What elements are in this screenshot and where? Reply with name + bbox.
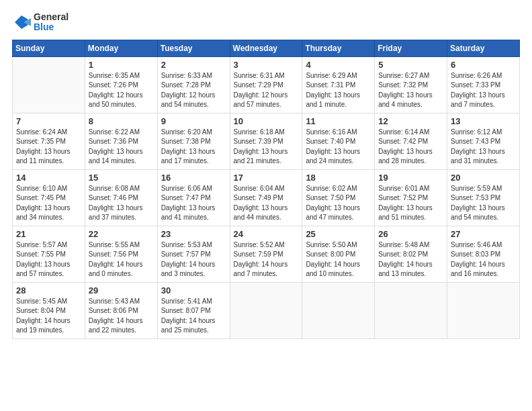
day-info: Sunrise: 6:20 AMSunset: 7:38 PMDaylight:…	[161, 128, 226, 167]
day-number: 6	[451, 60, 516, 70]
day-number: 7	[16, 116, 81, 126]
calendar-cell	[230, 282, 302, 338]
day-info: Sunrise: 5:46 AMSunset: 8:03 PMDaylight:…	[451, 240, 516, 279]
day-number: 27	[451, 229, 516, 239]
calendar-cell: 28Sunrise: 5:45 AMSunset: 8:04 PMDayligh…	[13, 282, 85, 338]
day-number: 26	[378, 229, 443, 239]
calendar-week-row: 7Sunrise: 6:24 AMSunset: 7:35 PMDaylight…	[13, 113, 520, 169]
calendar-cell: 6Sunrise: 6:26 AMSunset: 7:33 PMDaylight…	[447, 56, 520, 113]
calendar-cell: 18Sunrise: 6:02 AMSunset: 7:50 PMDayligh…	[302, 169, 375, 226]
calendar-cell: 8Sunrise: 6:22 AMSunset: 7:36 PMDaylight…	[85, 113, 157, 169]
logo-container: General Blue	[12, 12, 69, 33]
weekday-header-wednesday: Wednesday	[230, 40, 302, 56]
calendar-cell: 29Sunrise: 5:43 AMSunset: 8:06 PMDayligh…	[85, 282, 157, 338]
calendar-table: SundayMondayTuesdayWednesdayThursdayFrid…	[12, 40, 520, 339]
day-number: 21	[16, 229, 81, 239]
day-number: 23	[161, 229, 226, 239]
calendar-cell: 14Sunrise: 6:10 AMSunset: 7:45 PMDayligh…	[13, 169, 85, 226]
calendar-cell: 17Sunrise: 6:04 AMSunset: 7:49 PMDayligh…	[230, 169, 302, 226]
day-info: Sunrise: 6:10 AMSunset: 7:45 PMDaylight:…	[16, 184, 81, 223]
day-info: Sunrise: 5:48 AMSunset: 8:02 PMDaylight:…	[378, 240, 443, 279]
day-number: 1	[89, 60, 154, 70]
calendar-cell: 10Sunrise: 6:18 AMSunset: 7:39 PMDayligh…	[230, 113, 302, 169]
day-number: 13	[451, 116, 516, 126]
calendar-cell: 27Sunrise: 5:46 AMSunset: 8:03 PMDayligh…	[447, 226, 520, 282]
calendar-cell: 13Sunrise: 6:12 AMSunset: 7:43 PMDayligh…	[447, 113, 520, 169]
weekday-header-saturday: Saturday	[447, 40, 520, 56]
day-info: Sunrise: 5:41 AMSunset: 8:07 PMDaylight:…	[161, 297, 226, 336]
day-number: 18	[306, 173, 371, 183]
day-number: 8	[89, 116, 154, 126]
logo-general: General	[34, 12, 69, 22]
weekday-header-friday: Friday	[375, 40, 447, 56]
day-number: 12	[378, 116, 443, 126]
calendar-cell: 2Sunrise: 6:33 AMSunset: 7:28 PMDaylight…	[157, 56, 230, 113]
day-info: Sunrise: 6:02 AMSunset: 7:50 PMDaylight:…	[306, 184, 371, 223]
calendar-cell: 11Sunrise: 6:16 AMSunset: 7:40 PMDayligh…	[302, 113, 375, 169]
day-info: Sunrise: 6:31 AMSunset: 7:29 PMDaylight:…	[234, 71, 299, 110]
day-info: Sunrise: 5:45 AMSunset: 8:04 PMDaylight:…	[16, 297, 81, 336]
day-info: Sunrise: 6:04 AMSunset: 7:49 PMDaylight:…	[234, 184, 299, 223]
day-info: Sunrise: 6:22 AMSunset: 7:36 PMDaylight:…	[89, 128, 154, 167]
day-info: Sunrise: 6:29 AMSunset: 7:31 PMDaylight:…	[306, 71, 371, 110]
calendar-header-row: SundayMondayTuesdayWednesdayThursdayFrid…	[13, 40, 520, 56]
calendar-cell: 1Sunrise: 6:35 AMSunset: 7:26 PMDaylight…	[85, 56, 157, 113]
day-info: Sunrise: 5:55 AMSunset: 7:56 PMDaylight:…	[89, 240, 154, 279]
day-number: 20	[451, 173, 516, 183]
day-number: 14	[16, 173, 81, 183]
calendar-cell	[13, 56, 85, 113]
day-info: Sunrise: 6:35 AMSunset: 7:26 PMDaylight:…	[89, 71, 154, 110]
calendar-cell: 20Sunrise: 5:59 AMSunset: 7:53 PMDayligh…	[447, 169, 520, 226]
day-info: Sunrise: 5:57 AMSunset: 7:55 PMDaylight:…	[16, 240, 81, 279]
day-info: Sunrise: 6:27 AMSunset: 7:32 PMDaylight:…	[378, 71, 443, 110]
day-info: Sunrise: 5:43 AMSunset: 8:06 PMDaylight:…	[89, 297, 154, 336]
calendar-cell: 22Sunrise: 5:55 AMSunset: 7:56 PMDayligh…	[85, 226, 157, 282]
day-info: Sunrise: 6:16 AMSunset: 7:40 PMDaylight:…	[306, 128, 371, 167]
calendar-cell: 30Sunrise: 5:41 AMSunset: 8:07 PMDayligh…	[157, 282, 230, 338]
day-number: 30	[161, 285, 226, 295]
calendar-cell: 15Sunrise: 6:08 AMSunset: 7:46 PMDayligh…	[85, 169, 157, 226]
calendar-cell: 7Sunrise: 6:24 AMSunset: 7:35 PMDaylight…	[13, 113, 85, 169]
calendar-cell: 26Sunrise: 5:48 AMSunset: 8:02 PMDayligh…	[375, 226, 447, 282]
calendar-cell: 5Sunrise: 6:27 AMSunset: 7:32 PMDaylight…	[375, 56, 447, 113]
day-number: 28	[16, 285, 81, 295]
calendar-week-row: 21Sunrise: 5:57 AMSunset: 7:55 PMDayligh…	[13, 226, 520, 282]
calendar-cell: 3Sunrise: 6:31 AMSunset: 7:29 PMDaylight…	[230, 56, 302, 113]
calendar-week-row: 28Sunrise: 5:45 AMSunset: 8:04 PMDayligh…	[13, 282, 520, 338]
day-info: Sunrise: 5:59 AMSunset: 7:53 PMDaylight:…	[451, 184, 516, 223]
calendar-cell: 23Sunrise: 5:53 AMSunset: 7:57 PMDayligh…	[157, 226, 230, 282]
calendar-cell: 9Sunrise: 6:20 AMSunset: 7:38 PMDaylight…	[157, 113, 230, 169]
calendar-cell: 16Sunrise: 6:06 AMSunset: 7:47 PMDayligh…	[157, 169, 230, 226]
day-number: 17	[234, 173, 299, 183]
day-number: 11	[306, 116, 371, 126]
calendar-week-row: 14Sunrise: 6:10 AMSunset: 7:45 PMDayligh…	[13, 169, 520, 226]
day-info: Sunrise: 6:14 AMSunset: 7:42 PMDaylight:…	[378, 128, 443, 167]
calendar-cell: 12Sunrise: 6:14 AMSunset: 7:42 PMDayligh…	[375, 113, 447, 169]
calendar-cell: 19Sunrise: 6:01 AMSunset: 7:52 PMDayligh…	[375, 169, 447, 226]
day-info: Sunrise: 6:08 AMSunset: 7:46 PMDaylight:…	[89, 184, 154, 223]
calendar-cell	[447, 282, 520, 338]
day-number: 19	[378, 173, 443, 183]
day-info: Sunrise: 6:33 AMSunset: 7:28 PMDaylight:…	[161, 71, 226, 110]
day-number: 4	[306, 60, 371, 70]
day-info: Sunrise: 6:12 AMSunset: 7:43 PMDaylight:…	[451, 128, 516, 167]
day-number: 9	[161, 116, 226, 126]
day-info: Sunrise: 6:18 AMSunset: 7:39 PMDaylight:…	[234, 128, 299, 167]
day-info: Sunrise: 6:01 AMSunset: 7:52 PMDaylight:…	[378, 184, 443, 223]
day-number: 3	[234, 60, 299, 70]
day-number: 25	[306, 229, 371, 239]
day-number: 16	[161, 173, 226, 183]
logo: General Blue	[12, 12, 69, 33]
day-number: 29	[89, 285, 154, 295]
day-info: Sunrise: 5:52 AMSunset: 7:59 PMDaylight:…	[234, 240, 299, 279]
day-number: 10	[234, 116, 299, 126]
day-info: Sunrise: 5:50 AMSunset: 8:00 PMDaylight:…	[306, 240, 371, 279]
weekday-header-tuesday: Tuesday	[157, 40, 230, 56]
day-number: 22	[89, 229, 154, 239]
day-info: Sunrise: 6:06 AMSunset: 7:47 PMDaylight:…	[161, 184, 226, 223]
calendar-cell	[302, 282, 375, 338]
logo-bird-icon	[12, 13, 31, 32]
weekday-header-thursday: Thursday	[302, 40, 375, 56]
day-number: 5	[378, 60, 443, 70]
day-info: Sunrise: 6:26 AMSunset: 7:33 PMDaylight:…	[451, 71, 516, 110]
